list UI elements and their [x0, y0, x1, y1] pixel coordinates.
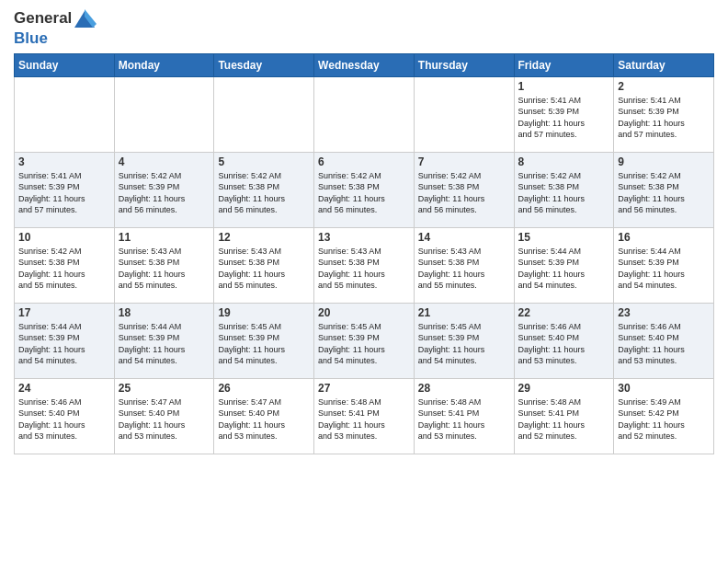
day-cell: 12Sunrise: 5:43 AMSunset: 5:38 PMDayligh… — [214, 227, 314, 303]
day-cell: 26Sunrise: 5:47 AMSunset: 5:40 PMDayligh… — [214, 378, 314, 454]
page: General Blue SundayMondayTuesdayWednesda… — [0, 0, 728, 464]
day-cell: 11Sunrise: 5:43 AMSunset: 5:38 PMDayligh… — [114, 227, 214, 303]
day-info: Sunrise: 5:46 AMSunset: 5:40 PMDaylight:… — [518, 321, 610, 367]
day-cell — [314, 76, 415, 152]
day-info: Sunrise: 5:44 AMSunset: 5:39 PMDaylight:… — [119, 321, 210, 367]
day-info: Sunrise: 5:42 AMSunset: 5:38 PMDaylight:… — [318, 170, 410, 216]
day-info: Sunrise: 5:46 AMSunset: 5:40 PMDaylight:… — [18, 396, 110, 442]
day-cell: 21Sunrise: 5:45 AMSunset: 5:39 PMDayligh… — [414, 303, 514, 378]
day-info: Sunrise: 5:42 AMSunset: 5:38 PMDaylight:… — [618, 170, 710, 216]
day-info: Sunrise: 5:46 AMSunset: 5:40 PMDaylight:… — [618, 321, 710, 367]
day-cell: 8Sunrise: 5:42 AMSunset: 5:38 PMDaylight… — [514, 152, 614, 227]
day-cell: 29Sunrise: 5:48 AMSunset: 5:41 PMDayligh… — [514, 378, 614, 454]
col-header-friday: Friday — [514, 53, 614, 76]
day-number: 23 — [618, 306, 710, 319]
day-cell: 17Sunrise: 5:44 AMSunset: 5:39 PMDayligh… — [15, 303, 115, 378]
col-header-monday: Monday — [114, 53, 214, 76]
day-cell — [114, 76, 214, 152]
logo-blue: Blue — [14, 29, 97, 48]
day-info: Sunrise: 5:49 AMSunset: 5:42 PMDaylight:… — [618, 396, 710, 442]
day-number: 27 — [318, 382, 410, 395]
day-number: 24 — [18, 382, 110, 395]
day-number: 1 — [518, 80, 610, 93]
day-number: 28 — [418, 382, 510, 395]
day-info: Sunrise: 5:48 AMSunset: 5:41 PMDaylight:… — [318, 396, 410, 442]
day-cell — [414, 76, 514, 152]
day-number: 8 — [518, 155, 610, 168]
day-info: Sunrise: 5:45 AMSunset: 5:39 PMDaylight:… — [418, 321, 510, 367]
day-info: Sunrise: 5:45 AMSunset: 5:39 PMDaylight:… — [318, 321, 410, 367]
logo: General Blue — [14, 9, 97, 48]
day-number: 14 — [418, 231, 510, 244]
day-cell: 18Sunrise: 5:44 AMSunset: 5:39 PMDayligh… — [114, 303, 214, 378]
day-number: 30 — [618, 382, 710, 395]
day-cell: 4Sunrise: 5:42 AMSunset: 5:39 PMDaylight… — [114, 152, 214, 227]
day-cell: 2Sunrise: 5:41 AMSunset: 5:39 PMDaylight… — [614, 76, 714, 152]
day-number: 20 — [318, 306, 410, 319]
day-number: 15 — [518, 231, 610, 244]
day-info: Sunrise: 5:43 AMSunset: 5:38 PMDaylight:… — [119, 246, 210, 292]
header: General Blue — [14, 9, 714, 48]
day-info: Sunrise: 5:41 AMSunset: 5:39 PMDaylight:… — [518, 95, 610, 141]
week-row-2: 3Sunrise: 5:41 AMSunset: 5:39 PMDaylight… — [15, 152, 714, 227]
day-cell: 13Sunrise: 5:43 AMSunset: 5:38 PMDayligh… — [314, 227, 415, 303]
col-header-wednesday: Wednesday — [314, 53, 415, 76]
day-info: Sunrise: 5:47 AMSunset: 5:40 PMDaylight:… — [218, 396, 310, 442]
day-cell: 19Sunrise: 5:45 AMSunset: 5:39 PMDayligh… — [214, 303, 314, 378]
day-number: 10 — [18, 231, 110, 244]
day-cell: 16Sunrise: 5:44 AMSunset: 5:39 PMDayligh… — [614, 227, 714, 303]
day-cell — [15, 76, 115, 152]
day-info: Sunrise: 5:43 AMSunset: 5:38 PMDaylight:… — [418, 246, 510, 292]
day-cell: 6Sunrise: 5:42 AMSunset: 5:38 PMDaylight… — [314, 152, 415, 227]
day-number: 9 — [618, 155, 710, 168]
day-cell: 25Sunrise: 5:47 AMSunset: 5:40 PMDayligh… — [114, 378, 214, 454]
day-info: Sunrise: 5:41 AMSunset: 5:39 PMDaylight:… — [18, 170, 110, 216]
day-cell: 27Sunrise: 5:48 AMSunset: 5:41 PMDayligh… — [314, 378, 415, 454]
day-cell: 28Sunrise: 5:48 AMSunset: 5:41 PMDayligh… — [414, 378, 514, 454]
day-number: 29 — [518, 382, 610, 395]
day-info: Sunrise: 5:48 AMSunset: 5:41 PMDaylight:… — [418, 396, 510, 442]
logo-text: General — [14, 9, 97, 29]
day-cell: 24Sunrise: 5:46 AMSunset: 5:40 PMDayligh… — [15, 378, 115, 454]
day-number: 25 — [119, 382, 210, 395]
day-info: Sunrise: 5:47 AMSunset: 5:40 PMDaylight:… — [119, 396, 210, 442]
day-info: Sunrise: 5:42 AMSunset: 5:38 PMDaylight:… — [218, 170, 310, 216]
header-row: SundayMondayTuesdayWednesdayThursdayFrid… — [15, 53, 714, 76]
day-number: 3 — [18, 155, 110, 168]
day-cell: 23Sunrise: 5:46 AMSunset: 5:40 PMDayligh… — [614, 303, 714, 378]
day-cell: 14Sunrise: 5:43 AMSunset: 5:38 PMDayligh… — [414, 227, 514, 303]
day-info: Sunrise: 5:45 AMSunset: 5:39 PMDaylight:… — [218, 321, 310, 367]
week-row-5: 24Sunrise: 5:46 AMSunset: 5:40 PMDayligh… — [15, 378, 714, 454]
day-number: 16 — [618, 231, 710, 244]
day-cell: 30Sunrise: 5:49 AMSunset: 5:42 PMDayligh… — [614, 378, 714, 454]
day-cell: 20Sunrise: 5:45 AMSunset: 5:39 PMDayligh… — [314, 303, 415, 378]
day-number: 4 — [119, 155, 210, 168]
day-number: 21 — [418, 306, 510, 319]
day-number: 5 — [218, 155, 310, 168]
day-number: 2 — [618, 80, 710, 93]
calendar-table: SundayMondayTuesdayWednesdayThursdayFrid… — [14, 53, 714, 454]
day-info: Sunrise: 5:42 AMSunset: 5:38 PMDaylight:… — [18, 246, 110, 292]
logo-icon — [73, 9, 97, 29]
col-header-thursday: Thursday — [414, 53, 514, 76]
day-cell: 5Sunrise: 5:42 AMSunset: 5:38 PMDaylight… — [214, 152, 314, 227]
day-number: 11 — [119, 231, 210, 244]
day-cell: 10Sunrise: 5:42 AMSunset: 5:38 PMDayligh… — [15, 227, 115, 303]
week-row-1: 1Sunrise: 5:41 AMSunset: 5:39 PMDaylight… — [15, 76, 714, 152]
day-number: 17 — [18, 306, 110, 319]
col-header-saturday: Saturday — [614, 53, 714, 76]
week-row-3: 10Sunrise: 5:42 AMSunset: 5:38 PMDayligh… — [15, 227, 714, 303]
day-number: 18 — [119, 306, 210, 319]
day-info: Sunrise: 5:42 AMSunset: 5:38 PMDaylight:… — [518, 170, 610, 216]
day-info: Sunrise: 5:44 AMSunset: 5:39 PMDaylight:… — [618, 246, 710, 292]
day-info: Sunrise: 5:48 AMSunset: 5:41 PMDaylight:… — [518, 396, 610, 442]
day-number: 12 — [218, 231, 310, 244]
day-number: 22 — [518, 306, 610, 319]
day-number: 6 — [318, 155, 410, 168]
day-number: 26 — [218, 382, 310, 395]
day-info: Sunrise: 5:44 AMSunset: 5:39 PMDaylight:… — [518, 246, 610, 292]
day-info: Sunrise: 5:41 AMSunset: 5:39 PMDaylight:… — [618, 95, 710, 141]
day-cell: 22Sunrise: 5:46 AMSunset: 5:40 PMDayligh… — [514, 303, 614, 378]
day-number: 19 — [218, 306, 310, 319]
day-info: Sunrise: 5:42 AMSunset: 5:38 PMDaylight:… — [418, 170, 510, 216]
